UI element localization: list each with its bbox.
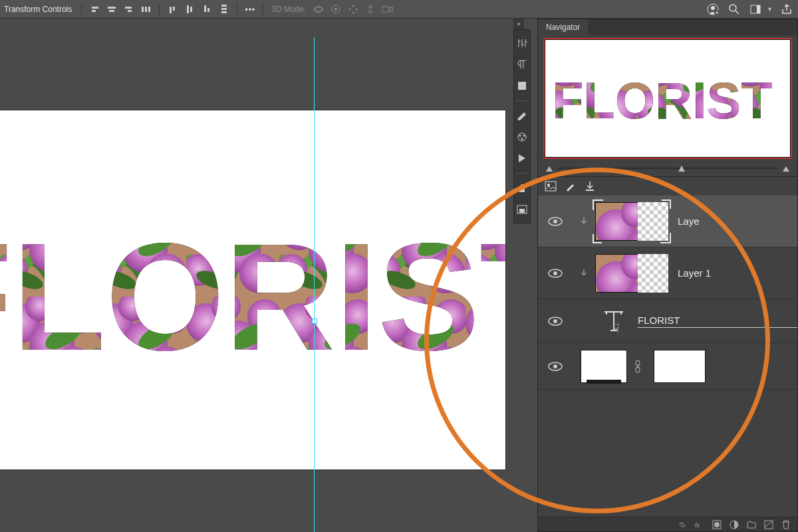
zoom-track[interactable] — [558, 168, 777, 169]
zoom-thumb[interactable] — [678, 164, 686, 172]
chevron-down-icon[interactable]: ▼ — [767, 6, 773, 13]
history-icon[interactable] — [515, 203, 529, 216]
vertical-guide[interactable] — [314, 37, 315, 532]
visibility-icon[interactable] — [538, 362, 573, 371]
layer-name-label[interactable]: Laye — [678, 215, 797, 227]
layer-row-text-florist[interactable]: ☟ FLORIST — [538, 299, 797, 343]
3d-pan-icon[interactable] — [346, 2, 360, 17]
new-layer-icon[interactable] — [764, 520, 773, 529]
align-top-icon[interactable] — [165, 2, 180, 17]
svg-point-32 — [523, 135, 525, 137]
zoom-in-icon[interactable] — [781, 164, 791, 173]
3d-rotate-icon[interactable] — [329, 2, 343, 17]
layer-mask-thumbnail[interactable] — [654, 350, 706, 383]
close-panel-icon[interactable]: × — [514, 20, 523, 28]
svg-text:fx: fx — [695, 521, 700, 528]
options-bar: Transform Controls ••• 3D Mode: ▼ — [0, 0, 798, 19]
fx-icon[interactable]: fx — [695, 520, 704, 529]
glyphs-icon[interactable] — [515, 79, 529, 92]
clip-indicator-icon — [573, 269, 595, 278]
canvas-florist-artwork: FLORIST FLORIST — [0, 110, 505, 469]
separator — [159, 3, 160, 15]
svg-rect-26 — [757, 5, 760, 13]
layer-name-label[interactable]: Layer 1 — [678, 267, 797, 279]
svg-point-24 — [730, 5, 736, 11]
clip-indicator-icon — [573, 217, 595, 226]
zoom-out-icon[interactable] — [545, 164, 554, 173]
layers-footer: fx — [538, 517, 797, 531]
layers-panel-icons — [538, 177, 797, 196]
brush-icon[interactable] — [515, 109, 529, 122]
navigator-thumbnail: FLORIST FLORIST — [545, 40, 790, 157]
svg-point-22 — [711, 6, 715, 10]
visibility-icon[interactable] — [538, 269, 573, 278]
text-layer-name[interactable]: FLORIST — [638, 315, 797, 328]
align-bottom-icon[interactable] — [200, 2, 214, 17]
visibility-icon[interactable] — [538, 317, 573, 326]
adjustments-icon[interactable] — [515, 37, 529, 50]
adjustment-icon[interactable] — [730, 520, 739, 529]
distribute-h-icon[interactable] — [139, 2, 154, 17]
svg-point-33 — [521, 138, 523, 140]
transform-handle[interactable] — [312, 319, 317, 324]
layer-thumbnail[interactable] — [595, 254, 668, 293]
account-icon[interactable] — [706, 2, 720, 17]
workspace-icon[interactable] — [748, 2, 763, 17]
clone-icon[interactable] — [515, 182, 529, 195]
align-center-v-icon[interactable] — [182, 2, 197, 17]
paragraph-icon[interactable] — [515, 58, 529, 71]
align-left-icon[interactable] — [87, 2, 102, 17]
svg-rect-12 — [148, 7, 150, 12]
3d-mode-label: 3D Mode: — [271, 5, 306, 14]
right-panels: Navigator FLORIST FLORIST — [537, 19, 798, 532]
layer-thumbnail[interactable] — [595, 202, 668, 241]
svg-text:FLORIST: FLORIST — [0, 211, 505, 382]
3d-camera-icon[interactable] — [380, 2, 395, 17]
separator — [81, 3, 82, 15]
play-icon[interactable] — [515, 152, 529, 165]
svg-rect-14 — [221, 8, 227, 10]
swatches-icon[interactable] — [515, 130, 529, 144]
navigator-proxy-view[interactable]: FLORIST FLORIST — [545, 39, 791, 158]
3d-slide-icon[interactable] — [363, 2, 378, 17]
mask-icon[interactable] — [712, 520, 722, 529]
brush-preset-icon[interactable] — [565, 181, 577, 192]
link-mask-icon[interactable] — [634, 360, 647, 373]
layer-row-layer1copy[interactable]: Laye — [538, 196, 797, 247]
document-canvas[interactable]: FLORIST FLORIST — [0, 110, 505, 469]
align-right-icon[interactable] — [122, 2, 136, 17]
layer-thumbnail[interactable] — [581, 350, 627, 383]
layers-panel: Laye Layer 1 ☟ FLORIST — [537, 177, 798, 532]
pointer-cursor-icon: ☟ — [612, 321, 620, 336]
link-icon[interactable] — [678, 520, 687, 529]
svg-rect-13 — [221, 5, 227, 7]
trash-icon[interactable] — [781, 520, 791, 529]
separator — [237, 3, 237, 15]
visibility-icon[interactable] — [538, 217, 573, 226]
text-layer-thumb[interactable]: ☟ — [600, 308, 627, 334]
align-center-h-icon[interactable] — [104, 2, 119, 17]
svg-rect-29 — [518, 82, 526, 90]
3d-orbit-icon[interactable] — [311, 2, 326, 17]
navigator-zoom-slider — [543, 163, 792, 174]
more-options-icon[interactable]: ••• — [243, 2, 257, 17]
svg-rect-11 — [145, 7, 147, 12]
svg-rect-39 — [545, 182, 556, 191]
navigator-tab[interactable]: Navigator — [538, 19, 588, 35]
separator — [263, 3, 263, 15]
image-icon[interactable] — [545, 181, 557, 192]
navigator-panel: Navigator FLORIST FLORIST — [537, 19, 798, 177]
svg-rect-10 — [142, 7, 144, 12]
navigator-tabbar: Navigator — [538, 19, 797, 35]
layer-row-background[interactable] — [538, 343, 797, 390]
svg-point-51 — [553, 364, 557, 368]
search-icon[interactable] — [727, 2, 741, 17]
collapsed-panel-strip — [513, 29, 531, 223]
svg-point-57 — [714, 522, 720, 527]
mask-down-icon[interactable] — [585, 181, 595, 192]
svg-point-31 — [519, 135, 521, 137]
group-icon[interactable] — [747, 520, 756, 529]
layer-row-layer1[interactable]: Layer 1 — [538, 247, 797, 299]
share-icon[interactable] — [779, 2, 794, 17]
distribute-v-icon[interactable] — [217, 2, 231, 17]
